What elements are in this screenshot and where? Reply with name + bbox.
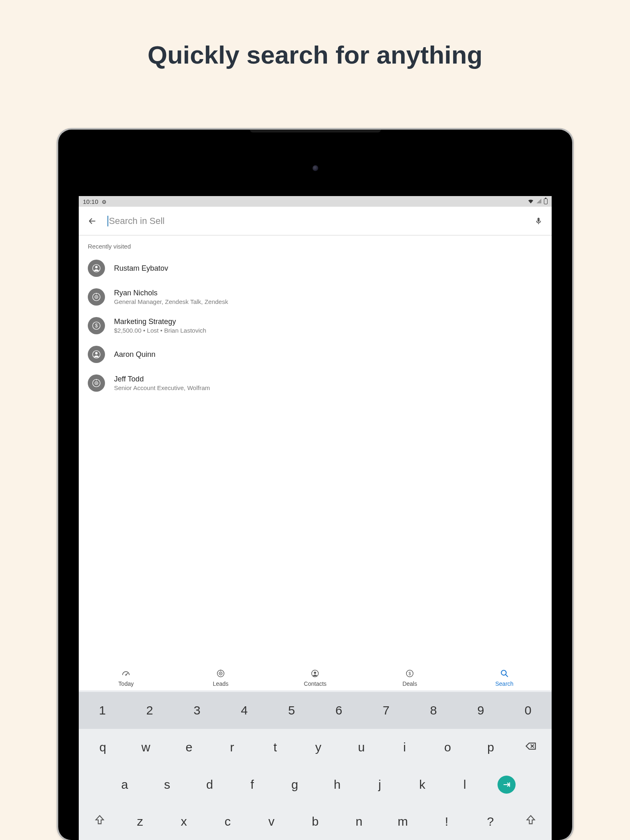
nav-deals[interactable]: $ Deals bbox=[363, 666, 457, 690]
key-v[interactable]: v bbox=[249, 805, 293, 838]
svg-point-9 bbox=[95, 352, 98, 354]
svg-text:$: $ bbox=[95, 323, 98, 329]
gear-icon bbox=[102, 198, 107, 205]
key-r[interactable]: r bbox=[210, 731, 253, 764]
key-7[interactable]: 7 bbox=[363, 694, 410, 727]
key-9[interactable]: 9 bbox=[457, 694, 504, 727]
key-i[interactable]: i bbox=[383, 731, 426, 764]
nav-leads[interactable]: Leads bbox=[173, 666, 268, 690]
key-j[interactable]: j bbox=[358, 768, 401, 801]
key-4[interactable]: 4 bbox=[221, 694, 268, 727]
lead-icon bbox=[88, 374, 105, 392]
status-bar: 10:10 bbox=[79, 196, 552, 207]
nav-today[interactable]: Today bbox=[79, 666, 173, 690]
lead-icon bbox=[216, 669, 225, 679]
item-subtitle: General Manager, Zendesk Talk, Zendesk bbox=[114, 298, 228, 305]
text-cursor bbox=[107, 216, 108, 226]
item-title: Rustam Eybatov bbox=[114, 264, 168, 273]
item-subtitle: $2,500.00 • Lost • Brian Lastovich bbox=[114, 327, 206, 334]
back-arrow-icon[interactable] bbox=[88, 217, 97, 226]
key-a[interactable]: a bbox=[103, 768, 146, 801]
lead-icon bbox=[88, 288, 105, 306]
key-c[interactable]: c bbox=[206, 805, 250, 838]
list-item[interactable]: Jeff Todd Senior Account Executive, Wolf… bbox=[79, 369, 552, 397]
key-f[interactable]: f bbox=[231, 768, 274, 801]
key-0[interactable]: 0 bbox=[504, 694, 552, 727]
key-e[interactable]: e bbox=[167, 731, 210, 764]
search-input[interactable]: Search in Sell bbox=[107, 216, 524, 226]
nav-contacts[interactable]: Contacts bbox=[268, 666, 363, 690]
shift-icon bbox=[94, 814, 105, 829]
microphone-icon[interactable] bbox=[534, 216, 543, 226]
key-d[interactable]: d bbox=[188, 768, 231, 801]
svg-point-4 bbox=[96, 297, 97, 298]
item-title: Aaron Quinn bbox=[114, 350, 155, 359]
battery-icon bbox=[544, 199, 548, 204]
key-n[interactable]: n bbox=[337, 805, 381, 838]
key-m[interactable]: m bbox=[381, 805, 425, 838]
key-5[interactable]: 5 bbox=[268, 694, 315, 727]
keyboard-row-3: a s d f g h j k l bbox=[79, 766, 552, 803]
key-y[interactable]: y bbox=[297, 731, 340, 764]
backspace-icon bbox=[525, 740, 537, 755]
recently-visited-header: Recently visited bbox=[79, 235, 552, 254]
svg-point-24 bbox=[501, 670, 506, 675]
key-enter[interactable] bbox=[486, 768, 527, 801]
status-time: 10:10 bbox=[83, 198, 98, 205]
list-item[interactable]: $ Marketing Strategy $2,500.00 • Lost • … bbox=[79, 311, 552, 340]
contact-icon bbox=[88, 346, 105, 363]
key-shift-right[interactable] bbox=[512, 805, 549, 838]
signal-icon bbox=[536, 198, 542, 205]
list-item[interactable]: Rustam Eybatov bbox=[79, 254, 552, 283]
recently-visited-list: Rustam Eybatov Ryan Nichols General Mana… bbox=[79, 254, 552, 397]
key-shift-left[interactable] bbox=[81, 805, 118, 838]
svg-point-21 bbox=[314, 671, 317, 674]
contact-icon bbox=[88, 260, 105, 277]
key-k[interactable]: k bbox=[401, 768, 444, 801]
list-item[interactable]: Ryan Nichols General Manager, Zendesk Ta… bbox=[79, 283, 552, 311]
key-s[interactable]: s bbox=[146, 768, 189, 801]
svg-point-12 bbox=[96, 383, 97, 384]
key-x[interactable]: x bbox=[162, 805, 206, 838]
soft-keyboard: 1 2 3 4 5 6 7 8 9 0 q w e r t y u i o bbox=[79, 690, 552, 840]
key-z[interactable]: z bbox=[118, 805, 162, 838]
bottom-nav: Today Leads Contacts $ Deals bbox=[79, 666, 552, 690]
shift-icon bbox=[525, 814, 536, 829]
key-g[interactable]: g bbox=[274, 768, 316, 801]
tablet-frame: 10:10 Search in Sell bbox=[58, 130, 572, 840]
item-title: Marketing Strategy bbox=[114, 317, 206, 326]
list-item[interactable]: Aaron Quinn bbox=[79, 340, 552, 369]
key-o[interactable]: o bbox=[426, 731, 469, 764]
tablet-notch bbox=[250, 130, 381, 132]
item-subtitle: Senior Account Executive, Wolfram bbox=[114, 384, 210, 391]
key-8[interactable]: 8 bbox=[410, 694, 457, 727]
key-l[interactable]: l bbox=[443, 768, 486, 801]
contact-icon bbox=[310, 669, 320, 679]
nav-label: Today bbox=[119, 680, 134, 687]
key-p[interactable]: p bbox=[469, 731, 512, 764]
nav-label: Contacts bbox=[304, 680, 326, 687]
key-1[interactable]: 1 bbox=[79, 694, 126, 727]
key-3[interactable]: 3 bbox=[173, 694, 221, 727]
enter-icon bbox=[498, 776, 516, 794]
key-w[interactable]: w bbox=[124, 731, 167, 764]
nav-label: Search bbox=[495, 680, 513, 687]
key-t[interactable]: t bbox=[253, 731, 297, 764]
key-h[interactable]: h bbox=[316, 768, 358, 801]
key-b[interactable]: b bbox=[293, 805, 337, 838]
key-q[interactable]: q bbox=[81, 731, 124, 764]
item-title: Jeff Todd bbox=[114, 375, 210, 383]
tablet-camera bbox=[313, 165, 318, 171]
svg-point-18 bbox=[220, 673, 221, 674]
key-u[interactable]: u bbox=[340, 731, 383, 764]
nav-search[interactable]: Search bbox=[457, 666, 552, 690]
app-screen: 10:10 Search in Sell bbox=[79, 196, 552, 840]
key-2[interactable]: 2 bbox=[126, 694, 173, 727]
key-question[interactable]: ? bbox=[468, 805, 512, 838]
key-exclaim[interactable]: ! bbox=[425, 805, 468, 838]
keyboard-row-numbers: 1 2 3 4 5 6 7 8 9 0 bbox=[79, 692, 552, 729]
key-backspace[interactable] bbox=[512, 731, 549, 764]
svg-line-15 bbox=[126, 673, 128, 675]
key-6[interactable]: 6 bbox=[315, 694, 363, 727]
search-placeholder: Search in Sell bbox=[109, 216, 165, 226]
